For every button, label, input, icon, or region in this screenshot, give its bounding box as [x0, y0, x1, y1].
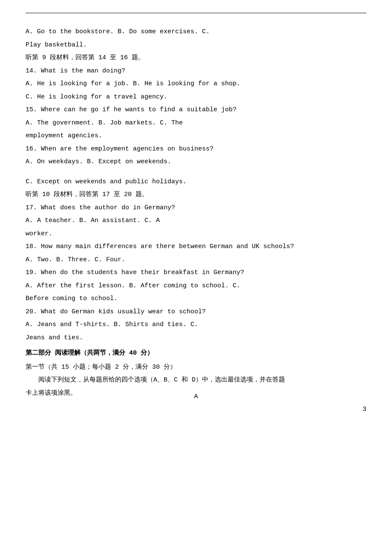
q15-options-abc: A. The government. B. Job markets. C. Th… [26, 117, 366, 130]
q16-options-c: C. Except on weekends and public holiday… [26, 176, 366, 188]
top-line [26, 13, 366, 13]
section9-header: 听第 9 段材料，回答第 14 至 16 题。 [26, 52, 366, 64]
page-number: 3 [363, 406, 366, 413]
q15: 15. Where can he go if he wants to find … [26, 104, 366, 116]
q17-c-text: worker. [26, 228, 366, 240]
q17-options-abc: A. A teacher. B. An assistant. C. A [26, 215, 366, 227]
content-block: A. Go to the bookstore. B. Do some exerc… [26, 26, 366, 399]
q17: 17. What does the author do in Germany? [26, 202, 366, 214]
q15-c-text: employment agencies. [26, 130, 366, 142]
q14-options-c: C. He is looking for a travel agency. [26, 91, 366, 104]
q19-c-text: Before coming to school. [26, 293, 366, 305]
q14-options-ab: A. He is looking for a job. B. He is loo… [26, 78, 366, 90]
instruction1: 阅读下列短文，从每题所给的四个选项（A、B、C 和 D）中，选出最佳选项，并在答… [26, 374, 366, 387]
q20-c-text: Jeans and ties. [26, 332, 366, 344]
q16-options-ab: A. On weekdays. B. Except on weekends. [26, 156, 366, 168]
section10-header: 听第 10 段材料，回答第 17 至 20 题。 [26, 189, 366, 201]
q18-options-abc: A. Two. B. Three. C. Four. [26, 254, 366, 266]
center-label: A [194, 393, 198, 400]
q13-c-text: Play basketball. [26, 39, 366, 52]
spacer1 [26, 169, 366, 176]
section2-header: 第二部分 阅读理解（共两节，满分 40 分） [26, 347, 366, 360]
q14: 14. What is the man doing? [26, 65, 366, 78]
q20: 20. What do German kids usually wear to … [26, 306, 366, 318]
q16: 16. When are the employment agencies on … [26, 143, 366, 156]
q19-options-abc: A. After the first lesson. B. After comi… [26, 280, 366, 292]
q13-options-ac: A. Go to the bookstore. B. Do some exerc… [26, 26, 366, 38]
q20-options-abc: A. Jeans and T-shirts. B. Shirts and tie… [26, 319, 366, 331]
q18: 18. How many main differences are there … [26, 241, 366, 253]
page-container: A. Go to the bookstore. B. Do some exerc… [0, 0, 392, 426]
section2-sub: 第一节（共 15 小题；每小题 2 分，满分 30 分） [26, 361, 366, 374]
q19: 19. When do the students have their brea… [26, 267, 366, 279]
